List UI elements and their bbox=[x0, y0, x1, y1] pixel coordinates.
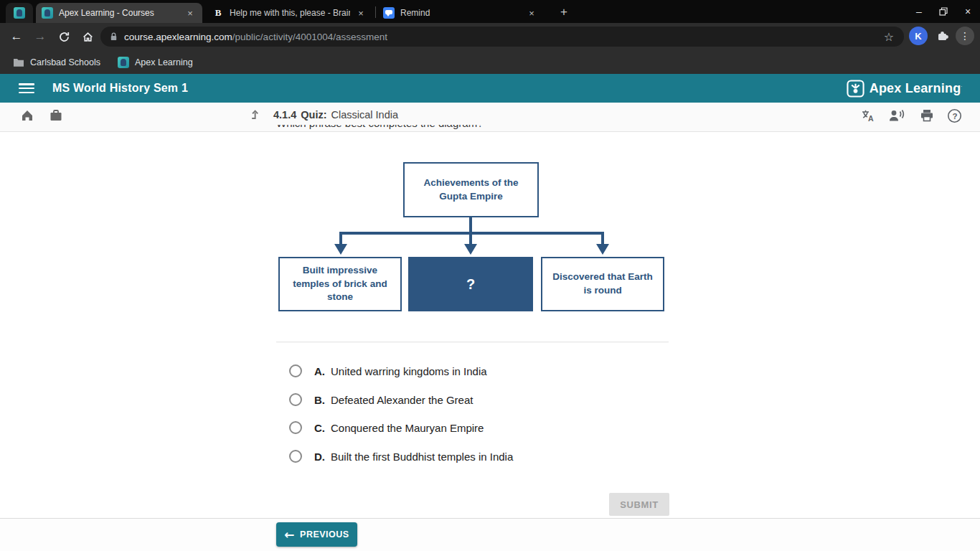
answer-option-a[interactable]: A. United warring kingdoms in India bbox=[289, 362, 487, 380]
submit-button[interactable]: SUBMIT bbox=[609, 493, 669, 516]
apex-logo-icon bbox=[847, 80, 864, 98]
tab-title: Remind bbox=[400, 8, 521, 18]
bookmark-label: Apex Learning bbox=[135, 57, 193, 67]
window-close-button[interactable]: × bbox=[956, 0, 980, 23]
remind-favicon bbox=[383, 7, 395, 19]
activity-kind: Quiz: bbox=[301, 109, 326, 121]
apex-favicon bbox=[42, 7, 53, 19]
brainly-favicon: B bbox=[212, 7, 224, 19]
help-icon[interactable]: ? bbox=[946, 107, 963, 124]
bookmark-star-icon[interactable]: ☆ bbox=[881, 30, 897, 44]
diagram-root-box: Achievements of the Gupta Empire bbox=[403, 162, 539, 217]
print-icon[interactable] bbox=[918, 107, 936, 124]
activity-name: Classical India bbox=[331, 109, 399, 121]
app-header: MS World History Sem 1 Apex Learning˙ bbox=[0, 74, 980, 103]
option-text: United warring kingdoms in India bbox=[331, 365, 487, 377]
home-button[interactable] bbox=[77, 26, 98, 47]
read-aloud-icon[interactable] bbox=[888, 107, 905, 124]
new-tab-button[interactable]: + bbox=[555, 4, 573, 21]
tab-remind[interactable]: Remind × bbox=[377, 3, 544, 23]
diagram-connector bbox=[601, 232, 604, 245]
url-host: course.apexlearning.com bbox=[124, 32, 232, 42]
tab-apex-learning[interactable]: Apex Learning - Courses × bbox=[36, 3, 202, 23]
radio-button[interactable] bbox=[289, 364, 302, 377]
tab-brainly[interactable]: B Help me with this, please - Brainl × bbox=[207, 3, 373, 23]
tab-separator bbox=[375, 6, 376, 18]
back-button[interactable]: ← bbox=[6, 26, 27, 47]
window-minimize-button[interactable]: – bbox=[907, 0, 931, 23]
forward-button[interactable]: → bbox=[29, 26, 51, 47]
lock-icon bbox=[109, 32, 118, 42]
translate-icon[interactable]: A bbox=[859, 107, 877, 124]
bookmark-carlsbad-schools[interactable]: Carlsbad Schools bbox=[13, 57, 100, 67]
option-letter: D. bbox=[314, 451, 330, 463]
close-tab-icon[interactable]: × bbox=[525, 6, 538, 19]
radio-button[interactable] bbox=[289, 421, 302, 434]
option-letter: C. bbox=[314, 422, 330, 434]
radio-button[interactable] bbox=[289, 393, 302, 406]
bookmarks-bar: Carlsbad Schools Apex Learning bbox=[0, 50, 980, 74]
course-menu-icon[interactable] bbox=[19, 83, 34, 93]
diagram-connector bbox=[339, 232, 342, 245]
diagram-connector bbox=[469, 217, 472, 233]
close-tab-icon[interactable]: × bbox=[354, 6, 367, 19]
bookmark-apex-learning[interactable]: Apex Learning bbox=[118, 57, 193, 68]
previous-label: PREVIOUS bbox=[300, 529, 349, 540]
chrome-menu-icon[interactable]: ⋮ bbox=[956, 27, 974, 45]
question-prompt: Which phrase best completes the diagram? bbox=[276, 125, 678, 129]
option-text: Defeated Alexander the Great bbox=[331, 394, 473, 406]
activity-breadcrumb: 4.1.4 Quiz: Classical India bbox=[250, 108, 398, 121]
apex-favicon bbox=[14, 7, 25, 19]
arrow-left-icon: ← bbox=[284, 527, 295, 542]
url-path: /public/activity/4001004/assessment bbox=[232, 32, 387, 42]
tab-title: Apex Learning - Courses bbox=[59, 8, 181, 18]
reload-button[interactable] bbox=[53, 26, 75, 47]
pinned-tab-apex[interactable] bbox=[6, 3, 33, 23]
bookmark-label: Carlsbad Schools bbox=[30, 57, 100, 67]
svg-text:?: ? bbox=[952, 112, 957, 121]
quiz-content: Achievements of the Gupta Empire Built i… bbox=[0, 132, 980, 518]
apex-learning-logo: Apex Learning˙ bbox=[847, 74, 963, 103]
answer-option-b[interactable]: B. Defeated Alexander the Great bbox=[289, 390, 473, 409]
arrow-down-icon bbox=[464, 244, 477, 255]
profile-avatar[interactable]: K bbox=[909, 27, 928, 45]
activity-number: 4.1.4 bbox=[273, 109, 296, 121]
arrow-down-icon bbox=[596, 244, 609, 255]
apex-favicon bbox=[118, 57, 129, 68]
question-prompt-clipped: Which phrase best completes the diagram? bbox=[276, 125, 678, 131]
answer-option-d[interactable]: D. Built the first Buddhist temples in I… bbox=[289, 447, 513, 466]
activity-toolbar: 4.1.4 Quiz: Classical India A ? Which ph… bbox=[0, 103, 980, 132]
radio-button[interactable] bbox=[289, 450, 302, 463]
close-tab-icon[interactable]: × bbox=[184, 6, 197, 19]
answer-option-c[interactable]: C. Conquered the Mauryan Empire bbox=[289, 418, 484, 437]
home-icon[interactable] bbox=[19, 107, 36, 124]
url-text: course.apexlearning.com/public/activity/… bbox=[124, 32, 881, 42]
browser-toolbar: ← → course.apexlearning.com/public/activ… bbox=[0, 23, 980, 50]
window-restore-button[interactable] bbox=[931, 0, 956, 23]
previous-button[interactable]: ← PREVIOUS bbox=[276, 522, 357, 547]
diagram-child-box: Discovered that Earth is round bbox=[541, 257, 664, 311]
diagram-child-box: Built impressive temples of brick and st… bbox=[278, 257, 402, 311]
brand-name: Apex Learning bbox=[870, 81, 961, 96]
address-bar[interactable]: course.apexlearning.com/public/activity/… bbox=[100, 27, 904, 47]
up-level-icon[interactable] bbox=[250, 108, 262, 121]
course-title: MS World History Sem 1 bbox=[52, 82, 188, 95]
option-text: Conquered the Mauryan Empire bbox=[331, 422, 484, 434]
folder-icon bbox=[13, 57, 24, 67]
option-letter: B. bbox=[314, 394, 330, 406]
browser-window: Apex Learning - Courses × B Help me with… bbox=[0, 0, 980, 551]
question-divider bbox=[276, 342, 669, 342]
tab-strip: Apex Learning - Courses × B Help me with… bbox=[0, 0, 980, 23]
diagram-missing-box: ? bbox=[408, 257, 533, 311]
extensions-icon[interactable] bbox=[935, 28, 951, 44]
trademark-mark: ˙ bbox=[961, 85, 963, 92]
arrow-down-icon bbox=[334, 244, 347, 255]
window-controls: – × bbox=[907, 0, 980, 23]
quiz-footer: ← PREVIOUS bbox=[0, 518, 980, 551]
tab-title: Help me with this, please - Brainl bbox=[230, 8, 350, 18]
gupta-empire-diagram: Achievements of the Gupta Empire Built i… bbox=[278, 162, 664, 311]
svg-text:A: A bbox=[868, 114, 874, 123]
briefcase-icon[interactable] bbox=[47, 107, 65, 124]
option-text: Built the first Buddhist temples in Indi… bbox=[331, 451, 513, 463]
option-letter: A. bbox=[314, 365, 330, 377]
